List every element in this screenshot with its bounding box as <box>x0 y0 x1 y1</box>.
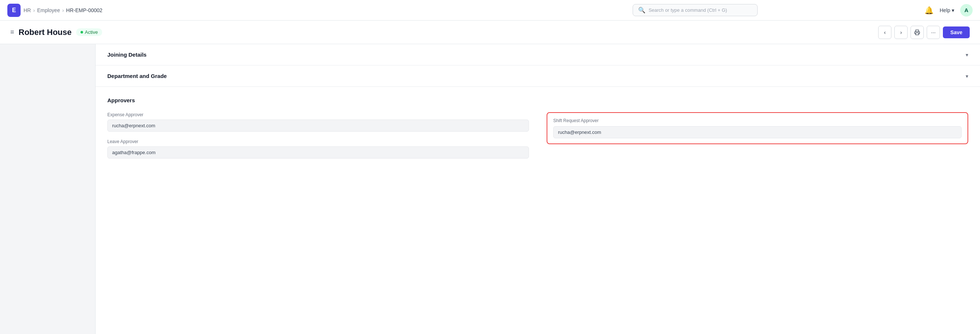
department-grade-chevron-icon: ▾ <box>966 73 968 79</box>
department-grade-title: Department and Grade <box>107 73 167 79</box>
help-chevron-icon: ▾ <box>952 7 954 13</box>
navbar-center: 🔍 Search or type a command (Ctrl + G) <box>466 4 925 16</box>
next-button[interactable]: › <box>894 26 908 39</box>
breadcrumb-employee[interactable]: Employee <box>37 7 60 13</box>
save-button[interactable]: Save <box>943 27 970 38</box>
status-label: Active <box>85 29 98 35</box>
approvers-section: Approvers Expense Approver rucha@erpnext… <box>95 87 980 169</box>
expense-approver-label: Expense Approver <box>107 112 529 117</box>
joining-details-chevron-icon: ▾ <box>966 52 968 58</box>
print-button[interactable] <box>910 26 924 39</box>
joining-details-title: Joining Details <box>107 51 147 58</box>
prev-button[interactable]: ‹ <box>878 26 891 39</box>
navbar: E HR › Employee › HR-EMP-00002 🔍 Search … <box>0 0 980 21</box>
shift-request-approver-input[interactable]: rucha@erpnext.com <box>553 126 962 138</box>
approvers-title: Approvers <box>107 97 968 103</box>
svg-rect-0 <box>916 33 919 35</box>
approvers-left-col: Expense Approver rucha@erpnext.com Leave… <box>107 112 529 158</box>
leave-approver-label: Leave Approver <box>107 139 529 144</box>
page-header-left: ≡ Robert House Active <box>10 27 102 37</box>
breadcrumb-sep-2: › <box>62 7 64 13</box>
navbar-right: 🔔 Help ▾ A <box>924 4 973 16</box>
approvers-grid: Expense Approver rucha@erpnext.com Leave… <box>107 112 968 158</box>
page-header-right: ‹ › ··· Save <box>878 26 970 39</box>
navbar-left: E HR › Employee › HR-EMP-00002 <box>7 4 466 17</box>
expense-approver-input[interactable]: rucha@erpnext.com <box>107 120 529 132</box>
help-button[interactable]: Help ▾ <box>940 7 954 13</box>
approvers-right-col: Shift Request Approver rucha@erpnext.com <box>547 112 968 158</box>
layout: Joining Details ▾ Department and Grade ▾… <box>0 44 980 334</box>
print-icon <box>914 29 920 35</box>
breadcrumb-sep-1: › <box>33 7 35 13</box>
breadcrumb-emp-id[interactable]: HR-EMP-00002 <box>66 7 103 13</box>
app-icon[interactable]: E <box>7 4 21 17</box>
search-placeholder: Search or type a command (Ctrl + G) <box>648 7 727 13</box>
status-dot-icon <box>81 31 83 34</box>
leave-approver-input[interactable]: agatha@frappe.com <box>107 146 529 158</box>
more-options-button[interactable]: ··· <box>927 26 940 39</box>
page-header: ≡ Robert House Active ‹ › ··· Save <box>0 21 980 44</box>
avatar[interactable]: A <box>960 4 973 16</box>
breadcrumb-hr[interactable]: HR <box>24 7 31 13</box>
page-title: Robert House <box>19 27 72 37</box>
notification-bell-icon[interactable]: 🔔 <box>924 6 934 15</box>
main-content: Joining Details ▾ Department and Grade ▾… <box>95 44 980 334</box>
help-label: Help <box>940 7 950 13</box>
search-bar[interactable]: 🔍 Search or type a command (Ctrl + G) <box>633 4 757 16</box>
leave-approver-group: Leave Approver agatha@frappe.com <box>107 139 529 158</box>
joining-details-section-header[interactable]: Joining Details ▾ <box>95 44 980 66</box>
status-badge: Active <box>76 28 102 36</box>
sidebar <box>0 44 95 334</box>
shift-request-approver-label: Shift Request Approver <box>553 118 962 123</box>
department-grade-section-header[interactable]: Department and Grade ▾ <box>95 66 980 87</box>
breadcrumb: HR › Employee › HR-EMP-00002 <box>24 7 103 13</box>
search-icon: 🔍 <box>638 6 646 14</box>
shift-request-approver-group: Shift Request Approver rucha@erpnext.com <box>547 112 968 144</box>
expense-approver-group: Expense Approver rucha@erpnext.com <box>107 112 529 132</box>
hamburger-icon[interactable]: ≡ <box>10 28 14 36</box>
